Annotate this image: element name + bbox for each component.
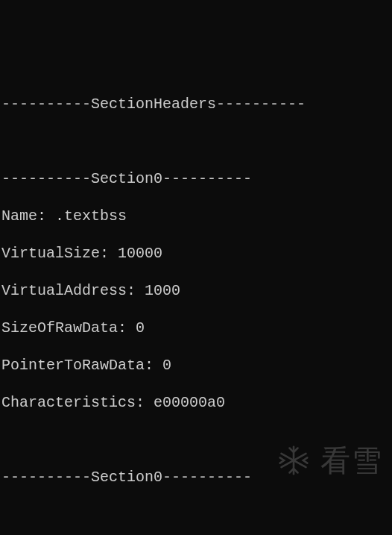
section-line: VirtualAddress: 1000 xyxy=(1,281,391,300)
section-line: VirtualSize: 10000 xyxy=(1,244,391,263)
section-line: PointerToRawData: 0 xyxy=(1,356,391,375)
blank-line xyxy=(1,431,391,449)
section-close: ----------Section0---------- xyxy=(1,468,391,486)
terminal-output: ----------SectionHeaders---------- -----… xyxy=(0,75,392,535)
section-open: ----------Section0---------- xyxy=(1,169,391,188)
section-headers-title: ----------SectionHeaders---------- xyxy=(1,95,391,113)
section-line: SizeOfRawData: 0 xyxy=(1,319,391,337)
section-line: Characteristics: e00000a0 xyxy=(1,393,391,412)
section-line: Name: .textbss xyxy=(1,207,391,225)
blank-line xyxy=(1,505,391,524)
blank-line xyxy=(1,132,391,151)
